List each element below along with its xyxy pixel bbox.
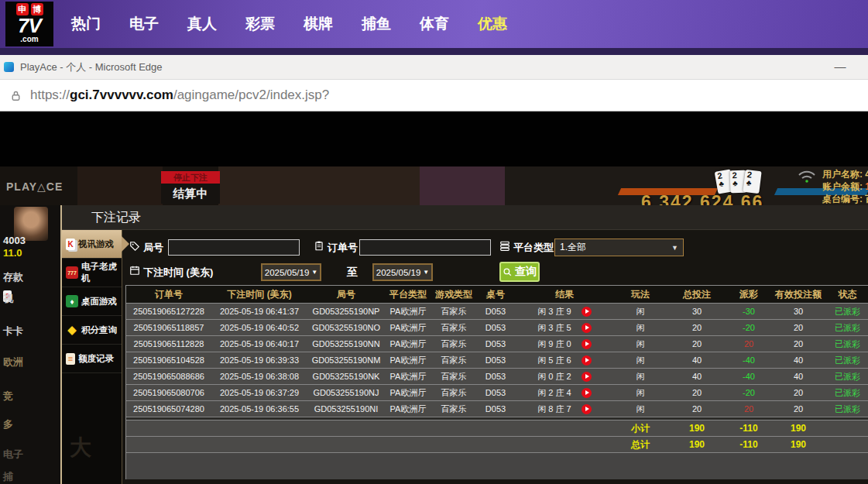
search-button[interactable]: 查询: [499, 262, 540, 282]
sidebar-item-icon: [66, 239, 75, 250]
sidebar-item-label: 积分查询: [81, 324, 117, 336]
cell-play-type: 闲: [614, 355, 667, 366]
col-header-platform: 平台类型: [385, 288, 431, 301]
cell-table-number: D053: [476, 404, 515, 414]
cell-round-id: GD053255190NK: [307, 372, 385, 381]
replay-button[interactable]: [582, 355, 592, 366]
sidebar-item[interactable]: 电子老虎机: [62, 259, 122, 287]
cell-platform: PA欧洲厅: [385, 322, 431, 334]
table-row: 250519065074280 2025-05-19 06:36:55 GD05…: [126, 401, 868, 417]
sidebar-item[interactable]: 桌面游戏: [62, 287, 122, 316]
site-logo[interactable]: 申 博 7V .com: [5, 2, 53, 46]
result-text: 闲 2 庄 4: [537, 387, 571, 399]
cell-order-number: 250519065127228: [126, 307, 211, 316]
nav-item[interactable]: 真人: [187, 14, 217, 34]
tag-icon: [129, 241, 140, 252]
background-text-fragment: 电子: [3, 448, 23, 462]
nav-item[interactable]: 棋牌: [304, 14, 333, 34]
date-from-picker[interactable]: 2025/05/19 ▼: [261, 263, 321, 281]
cell-platform: PA欧洲厅: [385, 338, 431, 350]
table-row: 250519065080706 2025-05-19 06:37:29 GD05…: [126, 385, 868, 401]
cell-order-number: 250519065088686: [126, 372, 211, 381]
subtotal-bet: 190: [667, 423, 727, 434]
platform-icon: [499, 240, 510, 252]
sidebar-item-icon: [66, 295, 78, 307]
cell-result: 闲 8 庄 7: [515, 403, 614, 415]
cell-bet-time: 2025-05-19 06:38:08: [211, 372, 307, 381]
sidebar-item-label: 视讯游戏: [78, 239, 114, 250]
cell-order-number: 250519065080706: [126, 388, 211, 397]
col-header-play: 玩法: [614, 288, 667, 301]
cell-payout: -40: [727, 355, 770, 365]
playace-brand: PLAY△CE: [6, 180, 63, 193]
url-domain: gci.7vvvvvv.com: [70, 88, 173, 102]
cell-platform: PA欧洲厅: [385, 306, 431, 318]
user-info-line: 账户余额: 1: [822, 181, 868, 193]
col-header-result: 结果: [515, 288, 614, 301]
subtotal-row: 小计 190 -110 190: [126, 420, 868, 437]
cell-bet-time: 2025-05-19 06:40:17: [211, 339, 307, 348]
cell-payout: 20: [727, 339, 770, 348]
total-label: 总计: [614, 438, 667, 451]
nav-item[interactable]: 捕鱼: [362, 14, 391, 34]
nav-item[interactable]: 热门: [71, 14, 101, 34]
cell-status: 已派彩: [826, 322, 868, 334]
sidebar-item-icon: [66, 353, 75, 365]
cell-payout: -40: [727, 372, 770, 381]
sidebar-item[interactable]: 视讯游戏: [62, 230, 122, 259]
cell-game-type: 百家乐: [431, 355, 476, 366]
col-header-order: 订单号: [126, 288, 211, 301]
col-header-status: 状态: [826, 288, 868, 301]
betting-records-table: 订单号 下注时间 (美东) 局号 平台类型 游戏类型 桌号 结果 玩法 总投注 …: [125, 285, 868, 479]
sidebar-item-label: 桌面游戏: [81, 296, 117, 307]
replay-button[interactable]: [582, 372, 592, 382]
date-to-picker[interactable]: 2025/05/19 ▼: [372, 263, 433, 281]
banner-image-fragment: [77, 166, 163, 205]
nav-item[interactable]: 优惠: [478, 14, 507, 34]
cell-total-bet: 20: [667, 323, 727, 332]
platform-type-select[interactable]: 1.全部 ▼: [554, 239, 684, 256]
col-header-game: 游戏类型: [431, 288, 476, 301]
order-number-input[interactable]: [359, 239, 491, 256]
table-empty-area: [126, 453, 868, 479]
cell-valid-bet: 20: [770, 323, 826, 332]
cell-status: 已派彩: [826, 371, 868, 383]
cell-table-number: D053: [476, 307, 515, 316]
table-header-row: 订单号 下注时间 (美东) 局号 平台类型 游戏类型 桌号 结果 玩法 总投注 …: [126, 286, 868, 304]
magnifier-icon: [503, 267, 513, 277]
result-text: 闲 3 庄 5: [537, 322, 571, 334]
cell-result: 闲 9 庄 0: [515, 338, 614, 350]
nav-item[interactable]: 彩票: [245, 14, 275, 34]
sidebar-item[interactable]: 额度记录: [62, 345, 122, 373]
cell-valid-bet: 20: [770, 404, 826, 414]
round-number-input[interactable]: [168, 239, 300, 256]
to-label: 至: [347, 266, 358, 280]
cell-total-bet: 20: [667, 339, 727, 348]
cell-play-type: 闲: [614, 371, 667, 383]
wifi-signal-icon: [798, 170, 816, 184]
nav-item[interactable]: 体育: [420, 14, 449, 34]
cell-result: 闲 3 庄 5: [515, 322, 614, 334]
replay-button[interactable]: [582, 404, 592, 414]
result-text: 闲 9 庄 0: [537, 338, 571, 350]
cell-total-bet: 30: [667, 307, 727, 316]
replay-button[interactable]: [582, 323, 592, 333]
stop-betting-badge: 停止下注: [161, 171, 220, 184]
col-header-payout: 派彩: [727, 288, 770, 301]
replay-button[interactable]: [582, 339, 592, 349]
black-spacer: [0, 112, 868, 166]
bet-time-label: 下注时间 (美东): [143, 266, 213, 280]
background-text-fragment: 竞: [3, 390, 13, 403]
cell-bet-time: 2025-05-19 06:41:37: [211, 307, 307, 316]
nav-item[interactable]: 电子: [129, 14, 159, 34]
lock-icon[interactable]: [9, 89, 22, 102]
address-bar[interactable]: https://gci.7vvvvvv.com/agingame/pcv2/in…: [0, 80, 868, 112]
replay-button[interactable]: [582, 307, 592, 317]
modal-sidebar: 视讯游戏 电子老虎机 桌面游戏 积分查询 额度记录 大: [62, 230, 122, 484]
replay-button[interactable]: [582, 388, 592, 398]
table-row: 250519065118857 2025-05-19 06:40:52 GD05…: [126, 320, 868, 336]
sidebar-item[interactable]: 积分查询: [62, 316, 122, 345]
minimize-button[interactable]: —: [832, 60, 849, 73]
user-info-line: 桌台编号: 百: [822, 194, 868, 205]
background-text-fragment: 欧洲: [3, 355, 23, 369]
